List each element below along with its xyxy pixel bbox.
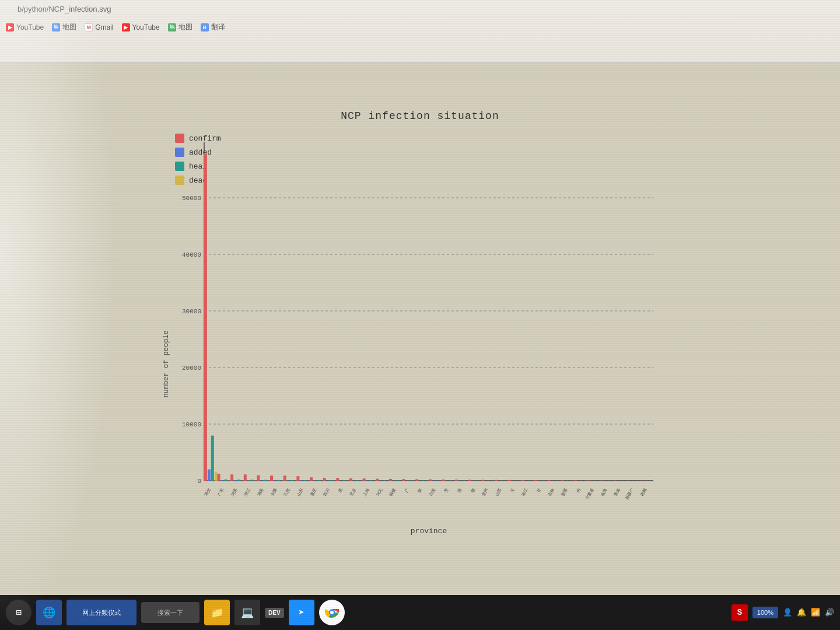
bar xyxy=(296,476,299,481)
x-province-label: 湖南 xyxy=(257,488,265,497)
wifi-icon[interactable]: 📶 xyxy=(811,608,820,617)
chart-wrapper: NCP infection situation confirm added he… xyxy=(158,110,682,548)
bar xyxy=(264,480,267,481)
taskbar-computer-icon[interactable]: 💻 xyxy=(235,600,260,625)
volume-icon[interactable]: 🔊 xyxy=(825,608,834,617)
x-province-label: 上海 xyxy=(362,488,370,497)
bar xyxy=(204,153,207,481)
bar xyxy=(370,480,373,481)
taskbar-item-webpage[interactable]: 网上分频仪式 xyxy=(66,600,136,625)
notification-icon[interactable]: 🔔 xyxy=(797,608,806,617)
x-province-label: 临海 xyxy=(600,488,608,497)
bar xyxy=(224,480,227,481)
y-label-10k: 10000 xyxy=(182,421,201,428)
y-label-30k: 30000 xyxy=(182,308,201,315)
taskbar-search[interactable]: 搜索一下 xyxy=(141,602,200,623)
bookmarks-bar: ▶ YouTube 地 地图 M Gmail ▶ YouTube 地 地图 B … xyxy=(6,22,225,32)
bar xyxy=(215,473,218,481)
bar xyxy=(244,474,247,481)
x-province-label: 青海 xyxy=(613,488,621,497)
bar xyxy=(290,480,293,481)
x-province-label: 广东 xyxy=(217,488,225,497)
bar xyxy=(349,478,352,481)
bar xyxy=(310,477,313,481)
battery-text: 100% xyxy=(757,609,774,616)
bar xyxy=(429,480,432,481)
bookmark-trans-label: 翻译 xyxy=(211,22,225,32)
x-province-label: 山东 xyxy=(296,488,304,497)
user-icon[interactable]: 👤 xyxy=(783,608,792,617)
bar xyxy=(270,475,273,481)
taskbar-chrome-icon[interactable] xyxy=(319,600,345,625)
bar xyxy=(230,474,233,481)
x-province-label: 新疆 xyxy=(561,488,569,497)
x-province-label: 河南 xyxy=(230,488,238,497)
y-label-40k: 40000 xyxy=(182,251,201,258)
svg-point-3 xyxy=(330,611,334,614)
x-province-label: 新疆广 xyxy=(624,488,634,501)
bookmark-map2[interactable]: 地 地图 xyxy=(168,22,192,32)
chart-container: NCP infection situation confirm added he… xyxy=(0,63,840,595)
bookmark-gmail-label: Gmail xyxy=(95,23,113,32)
bar xyxy=(415,480,418,481)
xlabels-group: 湖北广东河南浙江湖南安徽江西山东重庆四川黑北京上海河北福建广陕云南贵南赣贵州山西… xyxy=(204,488,648,501)
bar xyxy=(247,480,250,481)
bar xyxy=(234,480,237,481)
taskbar-browser-icon[interactable]: 🌐 xyxy=(36,600,62,625)
bookmark-yt-label: YouTube xyxy=(16,23,44,32)
bookmark-map1[interactable]: 地 地图 xyxy=(52,22,76,32)
taskbar: ⊞ 🌐 网上分频仪式 搜索一下 📁 💻 DEV ➤ S 100% xyxy=(0,595,840,630)
bar xyxy=(455,480,458,481)
x-province-label: 贵州 xyxy=(481,488,489,497)
taskbar-files-icon[interactable]: 📁 xyxy=(204,600,230,625)
chart-svg: 0 10000 20000 30000 40000 50000 xyxy=(158,131,665,539)
taskbar-arrow-icon[interactable]: ➤ xyxy=(289,600,314,625)
dev-badge[interactable]: DEV xyxy=(265,608,284,618)
bar xyxy=(363,478,366,481)
youtube-icon: ▶ xyxy=(6,23,14,32)
y-axis-label: number of people xyxy=(162,330,170,397)
browser-bar: b/python/NCP_infection.svg ▶ YouTube 地 地… xyxy=(0,0,840,63)
bar xyxy=(508,480,511,481)
map2-icon: 地 xyxy=(168,23,176,32)
chart-svg-area: 0 10000 20000 30000 40000 50000 xyxy=(158,131,682,548)
bar xyxy=(220,480,223,481)
bar xyxy=(303,480,306,481)
bar xyxy=(260,480,263,481)
x-province-label: 宁夏香 xyxy=(584,488,594,501)
bookmark-translate[interactable]: B 翻译 xyxy=(201,22,225,32)
y-label-50k: 50000 xyxy=(182,195,201,202)
bookmark-gmail[interactable]: M Gmail xyxy=(85,23,113,32)
bar xyxy=(251,480,254,481)
bar xyxy=(548,480,551,481)
x-province-label: 内 xyxy=(576,488,582,494)
map-icon: 地 xyxy=(52,23,60,32)
bookmark-youtube2[interactable]: ▶ YouTube xyxy=(122,23,160,32)
chrome-icon-svg xyxy=(324,604,340,621)
start-button[interactable]: ⊞ xyxy=(6,600,32,625)
gmail-icon: M xyxy=(85,23,93,32)
bar xyxy=(336,478,339,481)
x-province-label: 吉林 xyxy=(547,488,555,497)
taskbar-right: S 100% 👤 🔔 📶 🔊 xyxy=(732,604,834,621)
s-icon[interactable]: S xyxy=(732,604,748,621)
bars-group xyxy=(204,153,650,481)
x-province-label: 天 xyxy=(510,488,516,494)
bar xyxy=(481,480,484,481)
bar xyxy=(402,479,405,481)
bookmark-map1-label: 地图 xyxy=(62,22,76,32)
bar xyxy=(468,480,471,481)
bar xyxy=(376,479,379,481)
bar xyxy=(587,480,590,481)
x-province-label: 重庆 xyxy=(309,488,317,497)
bar xyxy=(330,480,333,481)
x-province-label: 北京 xyxy=(349,488,357,497)
bar xyxy=(218,474,220,481)
x-province-label: 安徽 xyxy=(270,488,278,497)
bookmark-map2-label: 地图 xyxy=(178,22,192,32)
bar xyxy=(561,480,564,481)
x-province-label: 南 xyxy=(457,488,463,494)
x-province-label: 江西 xyxy=(283,488,291,497)
bookmark-youtube[interactable]: ▶ YouTube xyxy=(6,23,44,32)
bar xyxy=(356,480,359,481)
